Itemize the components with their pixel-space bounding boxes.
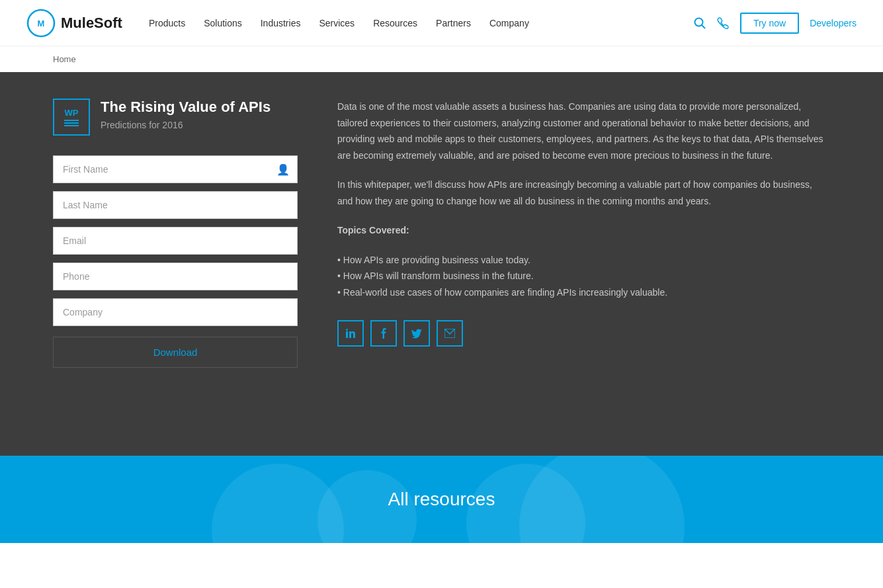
svg-point-5 xyxy=(346,329,348,331)
download-button[interactable]: Download xyxy=(53,337,298,368)
developers-link[interactable]: Developers xyxy=(810,18,857,28)
nav-actions: Try now Developers xyxy=(694,13,857,34)
wp-lines-decoration xyxy=(64,120,79,126)
search-icon xyxy=(694,17,706,29)
topic-item-1: How APIs are providing business value to… xyxy=(337,252,830,269)
first-name-wrap: 👤 xyxy=(53,155,298,183)
email-input[interactable] xyxy=(53,227,298,255)
doc-title-area: The Rising Value of APIs Predictions for… xyxy=(101,99,271,130)
wp-line-1 xyxy=(64,120,79,121)
topic-item-2: How APIs will transform business in the … xyxy=(337,268,830,284)
navbar: M MuleSoft Products Solutions Industries… xyxy=(0,0,883,46)
breadcrumb-home[interactable]: Home xyxy=(53,54,76,64)
resources-title: All resources xyxy=(388,489,495,510)
email-share-icon[interactable] xyxy=(437,320,463,347)
wp-line-2 xyxy=(64,122,79,124)
nav-company[interactable]: Company xyxy=(489,18,529,28)
bg-circle-3 xyxy=(519,456,685,543)
topics-list: How APIs are providing business value to… xyxy=(337,252,830,301)
person-icon: 👤 xyxy=(276,163,290,176)
content-panel: Data is one of the most valuable assets … xyxy=(337,99,830,416)
first-name-input[interactable] xyxy=(53,155,298,183)
content-paragraph-1: Data is one of the most valuable assets … xyxy=(337,99,830,163)
doc-header: WP The Rising Value of APIs Predictions … xyxy=(53,99,298,136)
content-paragraph-2: In this whitepaper, we'll discuss how AP… xyxy=(337,177,830,209)
twitter-icon[interactable] xyxy=(403,320,430,347)
nav-solutions[interactable]: Solutions xyxy=(204,18,242,28)
breadcrumb: Home xyxy=(0,46,883,72)
topic-item-3: Real-world use cases of how companies ar… xyxy=(337,284,830,301)
phone-icon xyxy=(716,17,730,30)
nav-industries[interactable]: Industries xyxy=(261,18,301,28)
wp-label: WP xyxy=(65,108,79,117)
nav-services[interactable]: Services xyxy=(319,18,355,28)
search-button[interactable] xyxy=(694,17,706,29)
doc-title: The Rising Value of APIs xyxy=(101,99,271,116)
doc-subtitle: Predictions for 2016 xyxy=(101,120,271,130)
form-panel: WP The Rising Value of APIs Predictions … xyxy=(53,99,298,416)
nav-products[interactable]: Products xyxy=(149,18,185,28)
svg-text:M: M xyxy=(38,19,45,28)
logo[interactable]: M MuleSoft xyxy=(26,9,122,38)
try-now-button[interactable]: Try now xyxy=(740,13,799,34)
topics-heading: Topics Covered: xyxy=(337,222,830,239)
facebook-icon[interactable] xyxy=(370,320,397,347)
phone-input[interactable] xyxy=(53,263,298,290)
phone-button[interactable] xyxy=(716,17,730,30)
linkedin-icon[interactable] xyxy=(337,320,364,347)
social-icons xyxy=(337,320,830,347)
company-input[interactable] xyxy=(53,298,298,326)
logo-text: MuleSoft xyxy=(61,15,122,32)
nav-links: Products Solutions Industries Services R… xyxy=(149,18,694,28)
nav-partners[interactable]: Partners xyxy=(436,18,471,28)
last-name-input[interactable] xyxy=(53,191,298,219)
svg-rect-4 xyxy=(346,331,348,338)
svg-point-2 xyxy=(694,18,702,26)
wp-badge: WP xyxy=(53,99,90,136)
main-section: WP The Rising Value of APIs Predictions … xyxy=(0,72,883,456)
resources-section: All resources xyxy=(0,456,883,543)
nav-resources[interactable]: Resources xyxy=(373,18,417,28)
mulesoft-logo-icon: M xyxy=(26,9,56,38)
svg-line-3 xyxy=(702,25,705,28)
wp-line-3 xyxy=(64,125,79,126)
bg-circle-1 xyxy=(212,464,344,543)
